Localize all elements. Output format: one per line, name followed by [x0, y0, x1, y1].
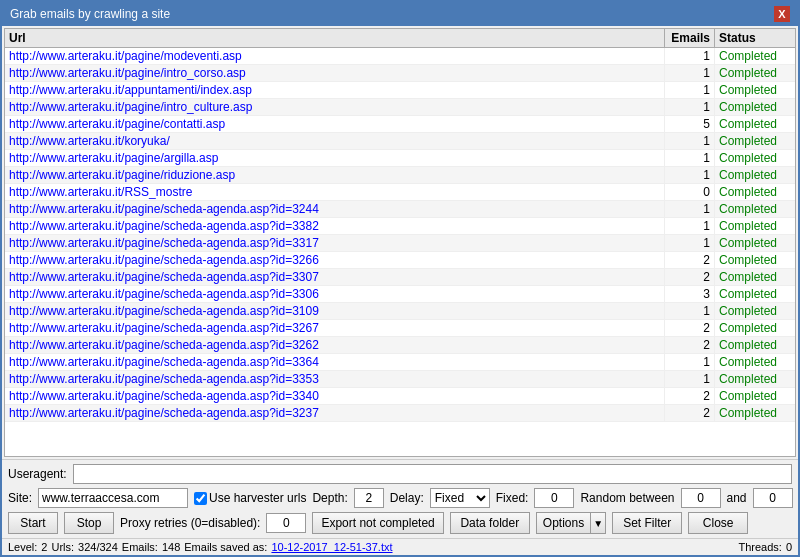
table-row: http://www.arteraku.it/pagine/scheda-age… — [5, 218, 795, 235]
table-row: http://www.arteraku.it/pagine/scheda-age… — [5, 286, 795, 303]
table-row: http://www.arteraku.it/pagine/scheda-age… — [5, 320, 795, 337]
level-label: Level: — [8, 541, 37, 553]
site-row: Site: Use harvester urls Depth: Delay: F… — [8, 488, 792, 508]
cell-emails: 2 — [665, 388, 715, 404]
table-row: http://www.arteraku.it/pagine/contatti.a… — [5, 116, 795, 133]
cell-url: http://www.arteraku.it/pagine/intro_cult… — [5, 99, 665, 115]
cell-emails: 1 — [665, 303, 715, 319]
close-button[interactable]: Close — [688, 512, 748, 534]
emails-column-header: Emails — [665, 29, 715, 47]
cell-url: http://www.arteraku.it/pagine/argilla.as… — [5, 150, 665, 166]
data-folder-button[interactable]: Data folder — [450, 512, 530, 534]
table-row: http://www.arteraku.it/pagine/scheda-age… — [5, 235, 795, 252]
cell-emails: 1 — [665, 82, 715, 98]
useragent-label: Useragent: — [8, 467, 67, 481]
threads-value: 0 — [786, 541, 792, 553]
cell-emails: 3 — [665, 286, 715, 302]
cell-status: Completed — [715, 371, 795, 387]
status-bar: Level: 2 Urls: 324/324 Emails: 148 Email… — [2, 538, 798, 555]
stop-button[interactable]: Stop — [64, 512, 114, 534]
cell-url: http://www.arteraku.it/RSS_mostre — [5, 184, 665, 200]
table-row: http://www.arteraku.it/pagine/argilla.as… — [5, 150, 795, 167]
random-from-input[interactable] — [681, 488, 721, 508]
table-row: http://www.arteraku.it/pagine/scheda-age… — [5, 201, 795, 218]
cell-url: http://www.arteraku.it/pagine/scheda-age… — [5, 269, 665, 285]
cell-status: Completed — [715, 167, 795, 183]
cell-emails: 1 — [665, 48, 715, 64]
random-and-label: and — [727, 491, 747, 505]
saved-file-link[interactable]: 10-12-2017_12-51-37.txt — [271, 541, 392, 553]
table-row: http://www.arteraku.it/pagine/scheda-age… — [5, 337, 795, 354]
table-row: http://www.arteraku.it/pagine/scheda-age… — [5, 354, 795, 371]
cell-url: http://www.arteraku.it/pagine/scheda-age… — [5, 388, 665, 404]
options-button-group: Options ▼ — [536, 512, 606, 534]
cell-url: http://www.arteraku.it/pagine/scheda-age… — [5, 405, 665, 421]
table-row: http://www.arteraku.it/pagine/intro_cors… — [5, 65, 795, 82]
cell-url: http://www.arteraku.it/pagine/scheda-age… — [5, 320, 665, 336]
cell-status: Completed — [715, 337, 795, 353]
url-column-header: Url — [5, 29, 665, 47]
set-filter-button[interactable]: Set Filter — [612, 512, 682, 534]
random-to-input[interactable] — [753, 488, 793, 508]
url-table: Url Emails Status http://www.arteraku.it… — [4, 28, 796, 457]
cell-status: Completed — [715, 235, 795, 251]
cell-url: http://www.arteraku.it/pagine/intro_cors… — [5, 65, 665, 81]
fixed-label: Fixed: — [496, 491, 529, 505]
urls-value: 324/324 — [78, 541, 118, 553]
cell-emails: 1 — [665, 371, 715, 387]
cell-emails: 0 — [665, 184, 715, 200]
cell-status: Completed — [715, 82, 795, 98]
window-close-button[interactable]: X — [774, 6, 790, 22]
cell-emails: 1 — [665, 167, 715, 183]
cell-status: Completed — [715, 65, 795, 81]
cell-url: http://www.arteraku.it/pagine/scheda-age… — [5, 371, 665, 387]
export-button[interactable]: Export not completed — [312, 512, 443, 534]
cell-status: Completed — [715, 303, 795, 319]
proxy-label: Proxy retries (0=disabled): — [120, 516, 260, 530]
level-value: 2 — [41, 541, 47, 553]
cell-emails: 1 — [665, 354, 715, 370]
table-row: http://www.arteraku.it/pagine/scheda-age… — [5, 269, 795, 286]
proxy-input[interactable] — [266, 513, 306, 533]
delay-select[interactable]: Fixed Random — [430, 488, 490, 508]
urls-label: Urls: — [51, 541, 74, 553]
options-button[interactable]: Options — [536, 512, 590, 534]
cell-emails: 2 — [665, 320, 715, 336]
cell-status: Completed — [715, 252, 795, 268]
cell-url: http://www.arteraku.it/pagine/scheda-age… — [5, 252, 665, 268]
cell-emails: 2 — [665, 269, 715, 285]
cell-status: Completed — [715, 269, 795, 285]
cell-url: http://www.arteraku.it/pagine/scheda-age… — [5, 337, 665, 353]
useragent-input[interactable] — [73, 464, 792, 484]
site-input[interactable] — [38, 488, 188, 508]
table-row: http://www.arteraku.it/pagine/scheda-age… — [5, 303, 795, 320]
start-button[interactable]: Start — [8, 512, 58, 534]
cell-url: http://www.arteraku.it/pagine/riduzione.… — [5, 167, 665, 183]
cell-status: Completed — [715, 354, 795, 370]
table-row: http://www.arteraku.it/koryuka/1Complete… — [5, 133, 795, 150]
title-bar: Grab emails by crawling a site X — [2, 2, 798, 26]
cell-emails: 2 — [665, 252, 715, 268]
cell-url: http://www.arteraku.it/appuntamenti/inde… — [5, 82, 665, 98]
buttons-row: Start Stop Proxy retries (0=disabled): E… — [8, 512, 792, 534]
table-row: http://www.arteraku.it/pagine/modeventi.… — [5, 48, 795, 65]
cell-status: Completed — [715, 48, 795, 64]
cell-emails: 1 — [665, 65, 715, 81]
depth-label: Depth: — [312, 491, 347, 505]
harvest-checkbox-label: Use harvester urls — [194, 491, 306, 505]
fixed-input[interactable] — [534, 488, 574, 508]
threads-label: Threads: — [738, 541, 781, 553]
depth-input[interactable] — [354, 488, 384, 508]
cell-url: http://www.arteraku.it/pagine/scheda-age… — [5, 354, 665, 370]
site-label: Site: — [8, 491, 32, 505]
table-row: http://www.arteraku.it/pagine/scheda-age… — [5, 388, 795, 405]
harvest-checkbox[interactable] — [194, 492, 207, 505]
table-row: http://www.arteraku.it/pagine/scheda-age… — [5, 252, 795, 269]
cell-status: Completed — [715, 286, 795, 302]
bottom-controls: Useragent: Site: Use harvester urls Dept… — [2, 459, 798, 538]
cell-status: Completed — [715, 201, 795, 217]
cell-status: Completed — [715, 184, 795, 200]
table-body: http://www.arteraku.it/pagine/modeventi.… — [5, 48, 795, 456]
useragent-row: Useragent: — [8, 464, 792, 484]
options-dropdown-button[interactable]: ▼ — [590, 512, 606, 534]
